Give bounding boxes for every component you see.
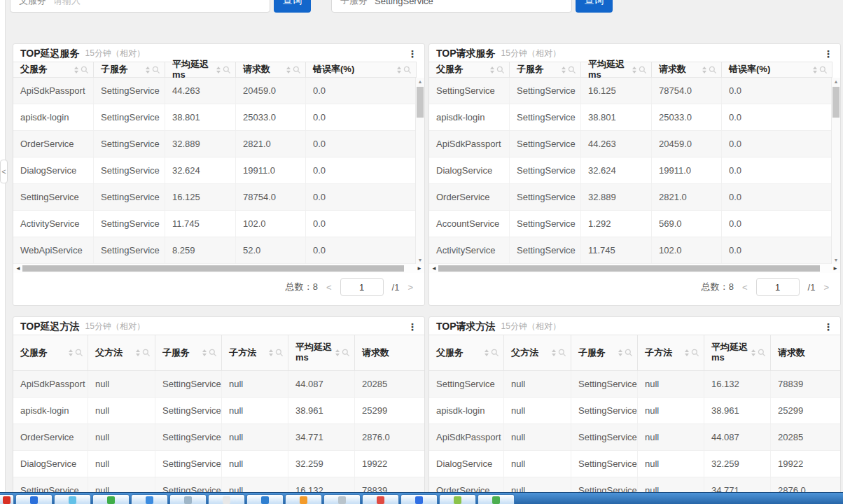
- table-body: ApiSdkPassportSettingService44.26320459.…: [13, 78, 424, 264]
- column-search-icon[interactable]: [558, 349, 566, 357]
- table-cell: SettingService: [429, 371, 504, 397]
- table-cell: 0.0: [722, 104, 832, 130]
- child-service-input[interactable]: 子服务 SettingService: [331, 0, 572, 13]
- sort-icon[interactable]: [216, 66, 221, 74]
- vertical-scroll-thumb[interactable]: [832, 87, 839, 118]
- column-header-5: 平均延迟ms: [288, 335, 355, 370]
- next-page-icon[interactable]: >: [407, 282, 413, 293]
- column-search-icon[interactable]: [403, 66, 412, 74]
- taskbar-app-11-button[interactable]: [362, 494, 399, 504]
- kebab-menu-icon[interactable]: ⋮: [407, 49, 417, 59]
- taskbar-app-12-button[interactable]: [400, 494, 438, 504]
- column-search-icon[interactable]: [75, 349, 83, 357]
- table-cell: 20285: [355, 371, 425, 397]
- table-cell: 78754.0: [652, 78, 722, 104]
- column-search-icon[interactable]: [491, 349, 499, 357]
- column-search-icon[interactable]: [496, 66, 505, 74]
- table-cell: SettingService: [571, 451, 638, 477]
- scroll-up-arrow-icon[interactable]: ▲: [832, 79, 840, 84]
- scroll-down-arrow-icon[interactable]: ▼: [832, 258, 840, 262]
- scroll-right-arrow-icon[interactable]: ►: [417, 265, 422, 272]
- taskbar-app-6-button[interactable]: [169, 494, 207, 504]
- column-search-icon[interactable]: [209, 349, 217, 357]
- column-search-icon[interactable]: [152, 66, 160, 74]
- taskbar-app-7-button[interactable]: [208, 494, 245, 504]
- sort-icon[interactable]: [490, 66, 494, 74]
- horizontal-scroll-thumb[interactable]: [438, 265, 820, 272]
- table-cell: SettingService: [510, 237, 581, 263]
- child-service-query-button[interactable]: 查询: [576, 0, 613, 13]
- column-search-icon[interactable]: [142, 349, 151, 357]
- column-search-icon[interactable]: [709, 66, 717, 74]
- column-search-icon[interactable]: [625, 349, 633, 357]
- taskbar-app-14-button[interactable]: [478, 494, 515, 504]
- sort-icon[interactable]: [632, 66, 636, 74]
- column-search-icon[interactable]: [81, 66, 89, 74]
- sort-icon[interactable]: [751, 349, 755, 356]
- taskbar-app-8-button[interactable]: [246, 494, 284, 504]
- sort-icon[interactable]: [69, 349, 73, 356]
- horizontal-scroll-thumb[interactable]: [22, 265, 404, 272]
- kebab-menu-icon[interactable]: ⋮: [823, 49, 833, 59]
- sort-asc-icon: [216, 66, 221, 69]
- sort-icon[interactable]: [813, 66, 817, 74]
- taskbar-app-1-button[interactable]: [0, 494, 14, 504]
- horizontal-scrollbar[interactable]: ◄►: [13, 264, 424, 273]
- table-cell: 0.0: [722, 211, 832, 237]
- taskbar-app-10-button[interactable]: [323, 494, 361, 504]
- column-search-icon[interactable]: [568, 66, 576, 74]
- sort-icon[interactable]: [146, 66, 150, 74]
- prev-page-icon[interactable]: <: [742, 282, 748, 293]
- kebab-menu-icon[interactable]: ⋮: [823, 322, 833, 332]
- table-cell: DialogService: [429, 158, 510, 183]
- parent-service-input[interactable]: 父服务 请输入: [10, 0, 270, 13]
- scroll-down-arrow-icon[interactable]: ▼: [416, 258, 424, 262]
- taskbar-app-9-button[interactable]: [285, 494, 322, 504]
- taskbar-app-13-button[interactable]: [439, 494, 476, 504]
- column-search-icon[interactable]: [758, 349, 766, 357]
- column-search-icon[interactable]: [275, 349, 284, 357]
- taskbar-app-4-button[interactable]: [92, 494, 130, 504]
- parent-service-query-button[interactable]: 查询: [274, 0, 311, 13]
- column-search-icon[interactable]: [293, 66, 301, 74]
- scroll-up-arrow-icon[interactable]: ▲: [416, 79, 424, 84]
- table-cell: null: [638, 398, 704, 424]
- prev-page-icon[interactable]: <: [326, 282, 332, 293]
- page-number-input[interactable]: 1: [756, 278, 800, 296]
- sort-icon[interactable]: [286, 66, 291, 74]
- taskbar-app-2-button[interactable]: [15, 494, 53, 504]
- sort-icon[interactable]: [685, 349, 689, 356]
- sort-icon[interactable]: [552, 349, 556, 356]
- sort-icon[interactable]: [485, 349, 489, 356]
- scroll-left-arrow-icon[interactable]: ◄: [431, 265, 437, 272]
- table-cell: 0.0: [722, 131, 832, 157]
- sort-icon[interactable]: [335, 349, 340, 356]
- vertical-scrollbar[interactable]: ▲▼: [831, 78, 840, 264]
- column-search-icon[interactable]: [223, 66, 231, 74]
- scroll-left-arrow-icon[interactable]: ◄: [15, 265, 21, 272]
- column-search-icon[interactable]: [819, 66, 828, 74]
- sort-icon[interactable]: [136, 349, 140, 356]
- page-number-input[interactable]: 1: [340, 278, 384, 296]
- table-cell: null: [504, 398, 571, 424]
- vertical-scroll-thumb[interactable]: [417, 87, 424, 118]
- kebab-menu-icon[interactable]: ⋮: [407, 322, 417, 332]
- sort-icon[interactable]: [397, 66, 401, 74]
- column-search-icon[interactable]: [342, 349, 350, 357]
- horizontal-scrollbar[interactable]: ◄►: [429, 264, 840, 273]
- scroll-right-arrow-icon[interactable]: ►: [832, 265, 838, 272]
- table-cell: SettingService: [510, 131, 581, 157]
- sort-icon[interactable]: [562, 66, 566, 74]
- sort-icon[interactable]: [269, 349, 273, 356]
- sidebar-collapse-handle[interactable]: <: [0, 160, 8, 183]
- sort-icon[interactable]: [74, 66, 78, 74]
- taskbar-app-5-button[interactable]: [131, 494, 168, 504]
- sort-icon[interactable]: [202, 349, 207, 356]
- column-search-icon[interactable]: [639, 66, 647, 74]
- taskbar-app-3-button[interactable]: [54, 494, 91, 504]
- column-search-icon[interactable]: [691, 349, 699, 357]
- sort-icon[interactable]: [702, 66, 706, 74]
- sort-icon[interactable]: [618, 349, 622, 356]
- next-page-icon[interactable]: >: [823, 282, 829, 293]
- vertical-scrollbar[interactable]: ▲▼: [415, 78, 424, 264]
